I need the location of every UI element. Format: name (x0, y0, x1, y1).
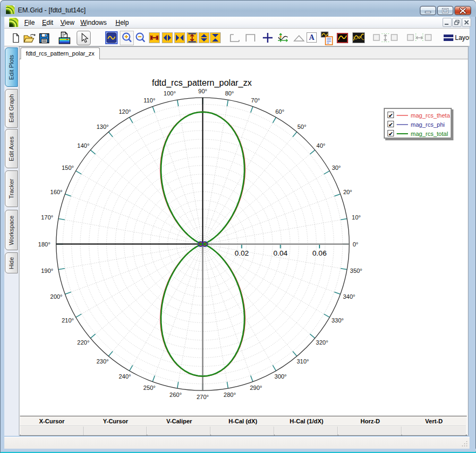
svg-text:30°: 30° (332, 164, 341, 171)
svg-text:120°: 120° (119, 108, 131, 115)
svg-text:170°: 170° (41, 214, 53, 221)
svg-text:0.06: 0.06 (312, 249, 327, 257)
svg-text:40°: 40° (316, 142, 325, 149)
svg-text:220°: 220° (77, 339, 90, 346)
svg-text:140°: 140° (77, 142, 90, 149)
svg-text:270°: 270° (196, 394, 209, 400)
svg-text:90°: 90° (198, 88, 207, 94)
svg-text:230°: 230° (97, 358, 109, 365)
svg-text:80°: 80° (225, 90, 234, 97)
svg-text:240°: 240° (119, 373, 131, 380)
svg-text:10°: 10° (352, 214, 361, 221)
svg-text:200°: 200° (50, 293, 63, 300)
svg-text:20°: 20° (343, 189, 352, 195)
svg-text:250°: 250° (144, 385, 156, 391)
svg-text:150°: 150° (62, 164, 74, 171)
svg-text:fdtd_rcs_pattern_polar_zx: fdtd_rcs_pattern_polar_zx (152, 78, 252, 88)
svg-text:130°: 130° (97, 123, 109, 130)
svg-text:290°: 290° (250, 385, 262, 391)
svg-text:160°: 160° (50, 189, 63, 195)
svg-text:70°: 70° (251, 97, 260, 104)
svg-text:350°: 350° (350, 267, 363, 274)
svg-text:60°: 60° (275, 108, 284, 115)
svg-text:0.02: 0.02 (235, 249, 249, 257)
svg-text:110°: 110° (144, 97, 155, 104)
svg-text:0°: 0° (352, 241, 358, 248)
svg-text:260°: 260° (169, 392, 182, 398)
svg-text:210°: 210° (62, 317, 74, 324)
svg-text:330°: 330° (331, 317, 344, 324)
svg-text:0.04: 0.04 (273, 249, 288, 257)
svg-text:280°: 280° (223, 392, 236, 398)
svg-text:340°: 340° (343, 293, 355, 300)
svg-text:190°: 190° (41, 267, 53, 274)
svg-text:100°: 100° (164, 90, 176, 97)
svg-text:180°: 180° (38, 241, 51, 248)
svg-text:320°: 320° (316, 339, 328, 346)
svg-text:50°: 50° (297, 123, 307, 130)
svg-text:300°: 300° (275, 373, 287, 380)
svg-text:310°: 310° (297, 358, 309, 365)
